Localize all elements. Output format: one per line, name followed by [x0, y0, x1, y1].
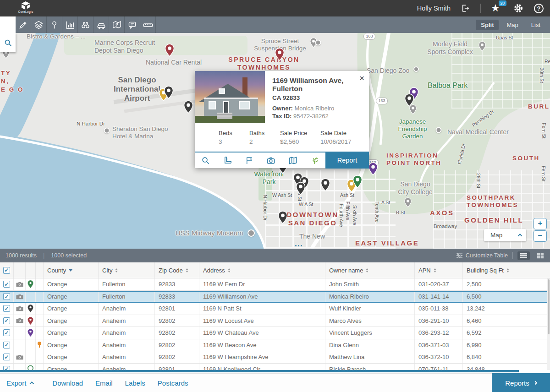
view-toggle-map[interactable]: Map — [501, 20, 523, 30]
results-bar: 1000 results | 1000 selected Customize T… — [0, 249, 550, 262]
select-all-checkbox[interactable]: ✓ — [3, 267, 10, 274]
table-row[interactable]: ✓OrangeAnaheim928021169 W Locust AveMarc… — [0, 315, 550, 327]
table-row[interactable]: ✓OrangeFullerton928331169 W Fern DrJohn … — [0, 278, 550, 291]
chart-tool-button[interactable] — [62, 16, 78, 33]
gray-map-pin[interactable] — [409, 104, 417, 116]
cell-apn: 036-372-10 — [415, 351, 463, 363]
column-header-zip[interactable]: Zip Code — [155, 262, 199, 278]
map-search-button[interactable] — [0, 33, 16, 52]
purple-pin-icon — [28, 329, 33, 337]
black-map-pin[interactable] — [320, 178, 330, 193]
red-map-pin[interactable] — [165, 44, 175, 59]
popup-photos-button[interactable] — [260, 152, 282, 168]
basemap-label: Map — [490, 232, 502, 239]
vertical-scrollbar[interactable] — [547, 278, 550, 370]
cell-zip: 92801 — [155, 303, 199, 315]
multi-pin-tool-button[interactable] — [109, 16, 125, 33]
favorites-button[interactable]: ★ 20 — [491, 2, 503, 14]
popup-flag-button[interactable] — [238, 152, 260, 168]
table-row[interactable]: ✓OrangeAnaheim928011169 N Patt StWulf Ki… — [0, 303, 550, 315]
discover-tool-button[interactable] — [78, 16, 94, 33]
table-row[interactable]: ✓OrangeAnaheim928021169 W Beacon AveDina… — [0, 339, 550, 352]
download-button[interactable]: Download — [52, 379, 83, 387]
layers-tool-button[interactable] — [31, 16, 47, 33]
column-header-owner[interactable]: Owner name — [325, 262, 415, 278]
purple-map-pin[interactable] — [368, 162, 378, 177]
email-button[interactable]: Email — [95, 379, 113, 387]
drop-pin-tool-button[interactable] — [47, 16, 62, 33]
row-checkbox[interactable]: ✓ — [3, 317, 10, 324]
user-name[interactable]: Holly Smith — [417, 5, 451, 12]
gear-icon[interactable] — [513, 3, 524, 14]
black-map-pin[interactable] — [183, 100, 193, 115]
row-checkbox[interactable]: ✓ — [3, 342, 10, 348]
black-map-pin[interactable] — [278, 211, 288, 226]
view-toggle-list[interactable]: List — [526, 20, 545, 30]
row-checkbox[interactable]: ✓ — [3, 281, 10, 288]
corelogic-logo[interactable]: CoreLogic — [12, 1, 39, 13]
green-map-pin[interactable] — [352, 175, 363, 190]
popup-search-button[interactable] — [195, 152, 217, 168]
row-photo-indicator[interactable] — [14, 303, 26, 315]
black-map-pin[interactable] — [296, 182, 306, 197]
table-row[interactable]: ✓OrangeAnaheim928021169 W Heampshire Ave… — [0, 351, 550, 364]
cell-address: 1169 Williamson Ave — [199, 292, 325, 302]
help-icon[interactable]: ? — [534, 4, 544, 13]
red-map-pin[interactable] — [275, 48, 285, 63]
stat-beds: Beds3 — [219, 130, 249, 145]
popup-map-button[interactable] — [282, 152, 304, 168]
row-photo-indicator[interactable] — [14, 292, 26, 302]
popup-vegetation-button[interactable] — [304, 152, 326, 168]
selected-count: 1000 selected — [51, 252, 87, 259]
map-canvas[interactable]: 163163163 Bistro & Gardens – ...Marine C… — [0, 33, 550, 249]
table-row[interactable]: ✓OrangeFullerton928331169 Williamson Ave… — [0, 291, 550, 303]
gray-map-pin[interactable] — [310, 38, 318, 49]
row-checkbox[interactable]: ✓ — [3, 293, 10, 300]
column-header-address[interactable]: Address — [199, 262, 325, 278]
black-map-pin[interactable] — [164, 86, 174, 101]
logout-icon[interactable] — [461, 4, 470, 13]
drive-time-tool-button[interactable] — [94, 16, 109, 33]
stat-sale-date: Sale Date10/06/2017 — [320, 130, 352, 145]
column-header-sqft[interactable]: Building Sq Ft — [463, 262, 550, 278]
row-checkbox[interactable]: ✓ — [3, 305, 10, 312]
horizontal-scrollbar[interactable] — [0, 370, 519, 372]
view-toggle-split[interactable]: Split — [476, 20, 499, 30]
zoom-in-button[interactable]: + — [534, 218, 547, 229]
popup-measure-button[interactable] — [217, 152, 239, 168]
draw-tool-button[interactable] — [16, 16, 31, 33]
row-photo-indicator[interactable] — [14, 315, 26, 327]
zoom-out-button[interactable]: − — [534, 230, 547, 242]
table-row[interactable]: ✓OrangeAnaheim928021169 W Chateau AveVin… — [0, 327, 550, 339]
column-header-county[interactable]: County — [44, 262, 99, 278]
row-photo-indicator[interactable] — [14, 351, 26, 363]
row-checkbox[interactable]: ✓ — [3, 354, 10, 360]
column-header-city[interactable]: City — [99, 262, 155, 278]
map-resize-handle[interactable] — [295, 245, 302, 246]
cell-address: 1169 N Patt St — [199, 303, 325, 315]
list-view-button[interactable] — [517, 251, 530, 260]
popup-owner-line: Owner: Monica Ribeiro — [272, 105, 363, 112]
scrollbar-thumb[interactable] — [548, 279, 550, 334]
row-checkbox[interactable]: ✓ — [3, 329, 10, 336]
cell-address: 1169 W Fern Dr — [199, 278, 325, 290]
customize-table-button[interactable]: Customize Table — [456, 252, 508, 259]
postcards-button[interactable]: Postcards — [158, 379, 188, 387]
export-button[interactable]: Export — [6, 379, 33, 387]
basemap-dropdown[interactable]: Map — [484, 229, 526, 241]
row-pushpin-indicator — [36, 303, 44, 315]
measure-tool-button[interactable] — [140, 16, 156, 33]
gray-map-pin[interactable] — [404, 197, 412, 209]
cell-sqft: 6,592 — [463, 327, 550, 339]
comment-tool-button[interactable] — [125, 16, 140, 33]
grid-view-button[interactable] — [534, 251, 546, 260]
cell-city: Fullerton — [99, 278, 155, 290]
row-photo-indicator[interactable] — [14, 278, 26, 290]
report-button[interactable]: Report — [325, 152, 369, 169]
gray-map-pin[interactable] — [478, 41, 486, 53]
reports-button[interactable]: Reports — [492, 373, 550, 392]
close-icon[interactable]: × — [359, 75, 364, 82]
labels-button[interactable]: Labels — [125, 379, 145, 387]
comment-icon — [127, 20, 137, 30]
column-header-apn[interactable]: APN — [415, 262, 463, 278]
